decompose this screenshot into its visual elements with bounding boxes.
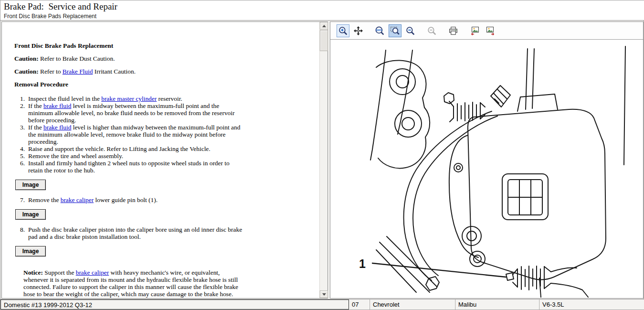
zoom-in-icon (338, 26, 348, 36)
scroll-up-button[interactable] (320, 22, 328, 30)
page-subtitle: Front Disc Brake Pads Replacement (4, 13, 644, 20)
app-window: Brake Pad: Service and Repair Front Disc… (0, 0, 644, 310)
notice-paragraph: Notice: Support the brake caliper with h… (23, 269, 244, 298)
zoom-actual-size-button[interactable]: 100% (373, 24, 386, 37)
procedure-step-2: 2. If the brake fluid level is midway be… (20, 102, 316, 124)
zoom-fit-button[interactable] (389, 24, 401, 37)
figure-toolbar: 100% (330, 22, 643, 40)
procedure-step-1: 1. Inspect the fluid level in the brake … (20, 95, 316, 102)
page-title: Brake Pad: Service and Repair (4, 1, 644, 12)
zoom-100-label: 100% (376, 29, 382, 32)
document-content: Front Disc Brake Pads Replacement Cautio… (2, 22, 319, 298)
previous-graphic-button[interactable] (468, 24, 481, 37)
caution-brake-dust: Caution: Refer to Brake Dust Caution. (14, 55, 316, 62)
procedure-step-8: 8. Push the disc brake caliper piston in… (20, 226, 316, 240)
print-button[interactable] (447, 24, 460, 37)
previous-graphic-icon (470, 25, 480, 36)
status-engine: V6-3.5L (539, 299, 644, 310)
procedure-step-7: 7. Remove the brake caliper lower guide … (20, 196, 316, 203)
procedure-step-6: 6. Install and firmly hand tighten 2 whe… (20, 160, 316, 174)
procedure-step-5: 5. Remove the tire and wheel assembly. (20, 152, 316, 160)
figure-canvas[interactable]: 1 (330, 40, 643, 298)
brake-caliper-diagram: 1 (330, 40, 643, 298)
procedure-steps-continued: 7. Remove the brake caliper lower guide … (20, 196, 316, 203)
removal-procedure-heading: Removal Procedure (14, 81, 316, 88)
status-model: Malibu (455, 299, 539, 310)
figure-callout-1: 1 (359, 257, 366, 270)
link-brake-caliper[interactable]: brake caliper (76, 269, 109, 276)
caution-brake-fluid: Caution: Refer to Brake Fluid Irritant C… (14, 68, 316, 75)
zoom-out-disabled-icon (427, 26, 437, 36)
scroll-down-button[interactable] (320, 290, 328, 298)
status-bar: Domestic #13 1999-2012 Q3-12 07 Chevrole… (0, 299, 644, 310)
image-button-2[interactable]: Image (15, 209, 46, 220)
zoom-out-disabled-button[interactable] (425, 24, 438, 37)
status-year: 07 (349, 299, 370, 310)
figure-panel: 100% (330, 21, 644, 299)
link-brake-fluid[interactable]: Brake Fluid (63, 68, 93, 75)
zoom-out-icon (405, 26, 415, 36)
document-scrollbar[interactable] (319, 22, 327, 298)
zoom-out-button[interactable] (404, 24, 417, 37)
zoom-in-button[interactable] (337, 24, 349, 37)
pan-icon (353, 26, 363, 36)
next-graphic-icon (485, 25, 496, 36)
image-button-1[interactable]: Image (15, 180, 46, 190)
zoom-fit-icon (390, 26, 400, 36)
next-graphic-button[interactable] (484, 24, 496, 37)
document-panel: Front Disc Brake Pads Replacement Cautio… (1, 21, 328, 299)
document-heading: Front Disc Brake Pads Replacement (14, 42, 316, 49)
procedure-steps-continued-2: 8. Push the disc brake caliper piston in… (20, 226, 316, 240)
title-bar: Brake Pad: Service and Repair Front Disc… (0, 0, 644, 21)
status-database: Domestic #13 1999-2012 Q3-12 (0, 299, 349, 310)
link-brake-master-cylinder[interactable]: brake master cylinder (101, 95, 157, 102)
status-make: Chevrolet (370, 299, 455, 310)
procedure-step-3: 3. If the brake fluid level is higher th… (20, 124, 316, 145)
link-brake-caliper[interactable]: brake caliper (61, 196, 94, 203)
zoom-actual-size-icon: 100% (375, 26, 385, 36)
procedure-steps: 1. Inspect the fluid level in the brake … (20, 95, 316, 174)
pan-button[interactable] (352, 24, 365, 37)
image-button-3[interactable]: Image (15, 246, 46, 257)
print-icon (448, 26, 458, 36)
scroll-thumb[interactable] (320, 30, 328, 51)
link-brake-fluid[interactable]: brake fluid (43, 124, 71, 131)
link-brake-fluid[interactable]: brake fluid (43, 102, 71, 109)
procedure-step-4: 4. Raise and support the vehicle. Refer … (20, 145, 316, 152)
